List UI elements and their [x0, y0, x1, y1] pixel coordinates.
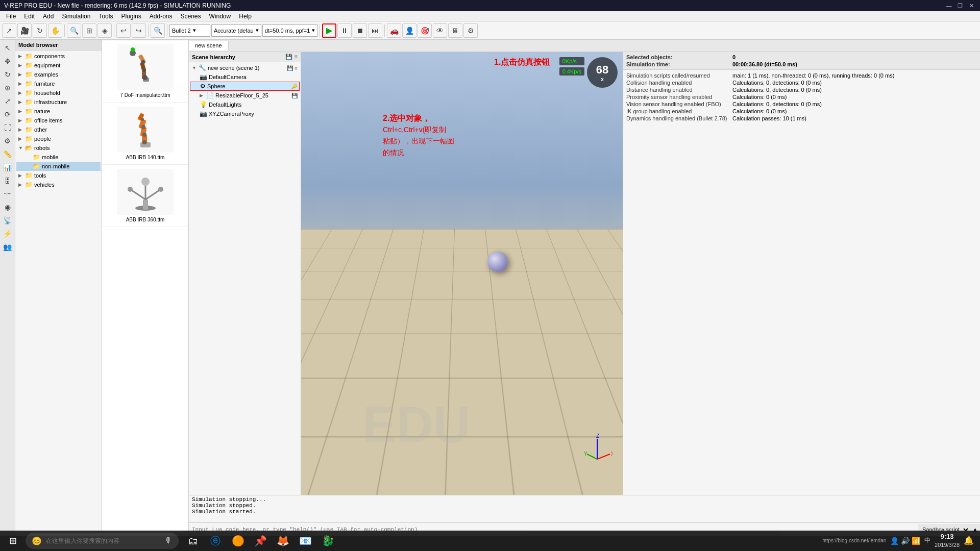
svg-rect-19 — [143, 199, 148, 210]
minimize-button[interactable]: — — [944, 1, 953, 10]
taskbar-search-input[interactable] — [46, 537, 160, 544]
tool-path[interactable]: 〰 — [2, 188, 14, 200]
tool-dynamics[interactable]: ⚡ — [2, 228, 14, 240]
tree-item-components[interactable]: ▶📁 components — [16, 52, 101, 61]
menu-addons[interactable]: Add-ons — [145, 12, 177, 21]
menu-tools[interactable]: Tools — [94, 12, 117, 21]
tb-pan-tool[interactable]: ✋ — [48, 23, 62, 38]
tool-camera-pan[interactable]: ✥ — [2, 55, 14, 67]
h-item-new-scene[interactable]: ▼ 🔧 new scene (scene 1) 💾 ≡ — [190, 63, 300, 72]
tool-rotate-cam[interactable]: ↻ — [2, 68, 14, 81]
menu-simulation[interactable]: Simulation — [58, 12, 94, 21]
tb-zoom-in[interactable]: 🔍 — [67, 23, 81, 38]
tree-item-nature[interactable]: ▶📁 nature — [16, 107, 101, 116]
menu-file[interactable]: File — [2, 12, 20, 21]
tool-rotate-object[interactable]: ⟳ — [2, 108, 14, 120]
preview-abb140[interactable]: ABB IRB 140.ttm — [102, 103, 188, 165]
hierarchy-menu-icon[interactable]: ≡ — [295, 54, 298, 60]
taskbar-notification[interactable]: 🔔 — [964, 536, 974, 545]
tree-item-people[interactable]: ▶📁 people — [16, 134, 101, 143]
menu-edit[interactable]: Edit — [20, 12, 39, 21]
info-selected-label: Selected objects: — [626, 54, 728, 60]
tb-eye-icon[interactable]: 👁 — [433, 23, 447, 38]
info-panel: Selected objects: 0 Simulation time: 00:… — [623, 52, 980, 495]
menu-add[interactable]: Add — [39, 12, 58, 21]
step-button[interactable]: ⏭ — [368, 23, 382, 38]
maximize-button[interactable]: ❐ — [955, 1, 965, 10]
tree-item-non-mobile[interactable]: 📁 non-mobile — [16, 162, 101, 171]
preview-7dof[interactable]: 7 DoF manipulator.ttm — [102, 40, 188, 103]
tool-sim-params[interactable]: 🎛 — [2, 174, 14, 187]
tool-zoom[interactable]: ⊕ — [2, 82, 14, 94]
tool-scale-object[interactable]: ⛶ — [2, 121, 14, 134]
annotation-overlay: 1.点击仿真按钮 — [494, 57, 550, 68]
tool-people[interactable]: 👥 — [2, 241, 14, 253]
taskbar-app3[interactable]: 🟠 — [228, 531, 248, 551]
viewport-3d[interactable]: EDU 1.点击仿真按钮 2.选中对象， Ctrl+c,Ctrl+v(即复制 粘… — [301, 52, 623, 495]
h-item-default-camera[interactable]: 📷 DefaultCamera — [190, 72, 300, 82]
sphere-object — [487, 252, 508, 272]
taskbar-app7[interactable]: 🐉 — [317, 531, 338, 551]
tool-entity[interactable]: ◉ — [2, 201, 14, 213]
taskbar-app6[interactable]: 📧 — [295, 531, 315, 551]
tb-person-icon[interactable]: 👤 — [402, 23, 416, 38]
menu-plugins[interactable]: Plugins — [117, 12, 145, 21]
stop-button[interactable]: ⏹ — [353, 23, 367, 38]
play-button[interactable]: ▶ — [322, 23, 336, 38]
taskbar-app5[interactable]: 🦊 — [273, 531, 293, 551]
close-button[interactable]: ✕ — [967, 1, 976, 10]
floor-grid — [301, 229, 623, 495]
tb-redo[interactable]: ↪ — [132, 23, 146, 38]
tree-item-other[interactable]: ▶📁 other — [16, 125, 101, 134]
tb-undo[interactable]: ↩ — [116, 23, 131, 38]
tree-item-infrastructure[interactable]: ▶📁 infrastructure — [16, 97, 101, 107]
tb-rotate-tool[interactable]: ↻ — [33, 23, 47, 38]
tb-zoom-fit[interactable]: ⊞ — [82, 23, 96, 38]
svg-line-28 — [587, 454, 597, 459]
solver-dropdown[interactable]: Accurate (defau ▾ — [211, 24, 261, 37]
tree-item-examples[interactable]: ▶📁 examples — [16, 70, 101, 79]
scene-tab-new[interactable]: new scene — [189, 41, 229, 51]
tb-car-icon[interactable]: 🚗 — [387, 23, 401, 38]
tb-search[interactable]: 🔍 — [151, 23, 165, 38]
tool-measure[interactable]: 📏 — [2, 148, 14, 160]
tree-item-robots[interactable]: ▼📂 robots — [16, 143, 101, 153]
menu-help[interactable]: Help — [235, 12, 256, 21]
taskbar-start-button[interactable]: ⊞ — [0, 531, 26, 551]
tree-item-household[interactable]: ▶📁 household — [16, 88, 101, 97]
tool-joint[interactable]: ⚙ — [2, 135, 14, 147]
tool-sensor[interactable]: 📡 — [2, 214, 14, 227]
taskbar-search[interactable]: 😊 🎙 — [26, 533, 179, 549]
menu-scenes[interactable]: Scenes — [177, 12, 205, 21]
tree-item-equipment[interactable]: ▶📁 equipment — [16, 61, 101, 70]
taskbar-task-view[interactable]: 🗂 — [183, 531, 203, 551]
physics-engine-dropdown[interactable]: Bullet 2 ▾ — [169, 24, 210, 37]
tool-move-object[interactable]: ⤢ — [2, 95, 14, 107]
hierarchy-save-icon[interactable]: 💾 — [285, 54, 292, 60]
pause-button[interactable]: ⏸ — [337, 23, 352, 38]
h-item-floor[interactable]: ▶ 📄 ResizableFloor_5_25 💾 — [190, 91, 300, 100]
svg-point-25 — [158, 187, 163, 192]
tb-monitor-icon[interactable]: 🖥 — [448, 23, 462, 38]
tb-select-tool[interactable]: ↗ — [2, 23, 16, 38]
tb-camera-tool[interactable]: 🎥 — [17, 23, 32, 38]
dt-dropdown[interactable]: dt=50.0 ms, ppf=1 ▾ — [262, 24, 318, 37]
taskbar-edge[interactable]: ⓔ — [205, 531, 226, 551]
tree-item-furniture[interactable]: ▶📁 furniture — [16, 79, 101, 88]
h-item-sphere[interactable]: ⚙ Sphere 🔑 — [190, 82, 300, 91]
h-item-lights[interactable]: 💡 DefaultLights — [190, 100, 300, 109]
taskbar-app4[interactable]: 📌 — [250, 531, 271, 551]
tb-view3d[interactable]: ◈ — [97, 23, 112, 38]
tool-graph[interactable]: 📊 — [2, 161, 14, 173]
tb-target-icon[interactable]: 🎯 — [418, 23, 432, 38]
h-item-xyz-camera[interactable]: 📷 XYZCameraProxy — [190, 109, 300, 118]
tb-settings-icon[interactable]: ⚙ — [463, 23, 478, 38]
svg-point-14 — [142, 140, 146, 144]
preview-abb360[interactable]: ABB IRB 360.ttm — [102, 165, 188, 227]
tree-item-vehicles[interactable]: ▶📁 vehicles — [16, 180, 101, 189]
tree-item-office-items[interactable]: ▶📁 office items — [16, 116, 101, 125]
tool-select[interactable]: ↖ — [2, 42, 14, 54]
tree-item-mobile[interactable]: 📁 mobile — [16, 153, 101, 162]
tree-item-tools[interactable]: ▶📁 tools — [16, 171, 101, 180]
menu-window[interactable]: Window — [205, 12, 235, 21]
